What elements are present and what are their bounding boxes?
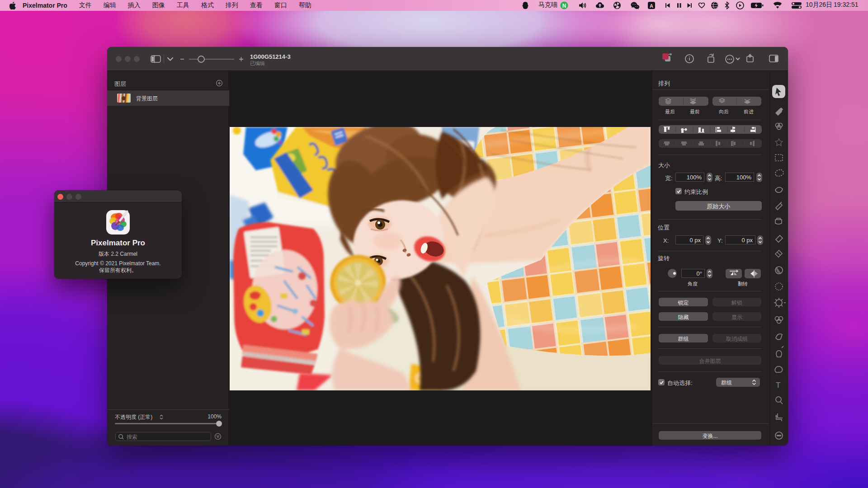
svg-text:N: N: [562, 3, 566, 9]
svg-text:T: T: [776, 381, 780, 389]
svg-text:A: A: [650, 3, 653, 9]
